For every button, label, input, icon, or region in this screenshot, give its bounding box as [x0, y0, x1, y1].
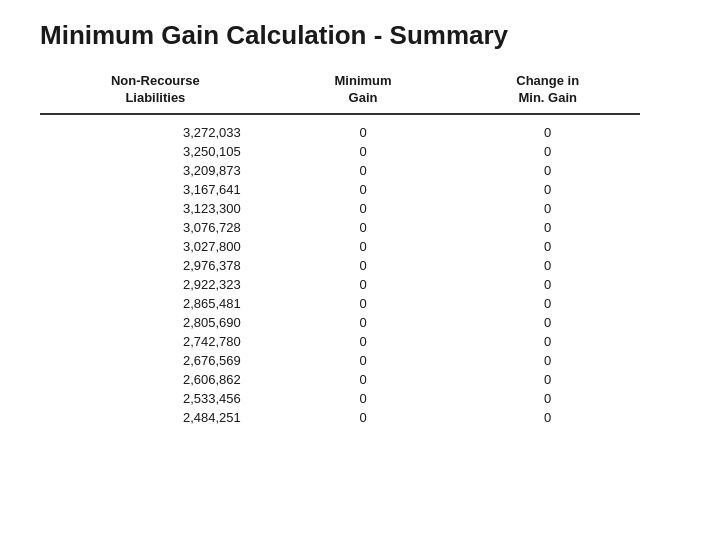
cell-r2-c1: 0	[271, 161, 456, 180]
cell-r13-c0: 2,606,862	[40, 370, 271, 389]
table-row: 2,676,56900	[40, 351, 640, 370]
table-row: 2,805,69000	[40, 313, 640, 332]
cell-r12-c1: 0	[271, 351, 456, 370]
table-row: 2,742,78000	[40, 332, 640, 351]
cell-r9-c1: 0	[271, 294, 456, 313]
col-header-change-in-gain: Change inMin. Gain	[455, 69, 640, 114]
table-row: 3,209,87300	[40, 161, 640, 180]
table-row: 3,123,30000	[40, 199, 640, 218]
cell-r7-c1: 0	[271, 256, 456, 275]
cell-r2-c2: 0	[455, 161, 640, 180]
cell-r4-c0: 3,123,300	[40, 199, 271, 218]
cell-r3-c0: 3,167,641	[40, 180, 271, 199]
table-row: 3,272,03300	[40, 114, 640, 142]
col-header-minimum-gain: MinimumGain	[271, 69, 456, 114]
cell-r2-c0: 3,209,873	[40, 161, 271, 180]
cell-r7-c2: 0	[455, 256, 640, 275]
cell-r8-c1: 0	[271, 275, 456, 294]
table-container: Non-RecourseLiabilities MinimumGain Chan…	[40, 69, 690, 427]
table-row: 2,606,86200	[40, 370, 640, 389]
table-row: 3,076,72800	[40, 218, 640, 237]
cell-r11-c0: 2,742,780	[40, 332, 271, 351]
table-row: 2,976,37800	[40, 256, 640, 275]
cell-r6-c0: 3,027,800	[40, 237, 271, 256]
cell-r0-c1: 0	[271, 114, 456, 142]
table-header-row: Non-RecourseLiabilities MinimumGain Chan…	[40, 69, 640, 114]
page: Minimum Gain Calculation - Summary Non-R…	[0, 0, 720, 540]
cell-r15-c2: 0	[455, 408, 640, 427]
col-header-non-recourse: Non-RecourseLiabilities	[40, 69, 271, 114]
cell-r12-c2: 0	[455, 351, 640, 370]
cell-r14-c1: 0	[271, 389, 456, 408]
cell-r8-c2: 0	[455, 275, 640, 294]
table-row: 2,922,32300	[40, 275, 640, 294]
cell-r15-c0: 2,484,251	[40, 408, 271, 427]
cell-r15-c1: 0	[271, 408, 456, 427]
cell-r4-c2: 0	[455, 199, 640, 218]
cell-r14-c2: 0	[455, 389, 640, 408]
cell-r12-c0: 2,676,569	[40, 351, 271, 370]
cell-r10-c2: 0	[455, 313, 640, 332]
cell-r3-c1: 0	[271, 180, 456, 199]
cell-r5-c1: 0	[271, 218, 456, 237]
cell-r10-c1: 0	[271, 313, 456, 332]
cell-r4-c1: 0	[271, 199, 456, 218]
cell-r1-c1: 0	[271, 142, 456, 161]
page-title: Minimum Gain Calculation - Summary	[40, 20, 690, 51]
cell-r9-c0: 2,865,481	[40, 294, 271, 313]
cell-r3-c2: 0	[455, 180, 640, 199]
table-row: 2,533,45600	[40, 389, 640, 408]
table-row: 3,250,10500	[40, 142, 640, 161]
table-row: 2,865,48100	[40, 294, 640, 313]
cell-r10-c0: 2,805,690	[40, 313, 271, 332]
cell-r13-c2: 0	[455, 370, 640, 389]
cell-r1-c2: 0	[455, 142, 640, 161]
cell-r13-c1: 0	[271, 370, 456, 389]
cell-r8-c0: 2,922,323	[40, 275, 271, 294]
table-row: 2,484,25100	[40, 408, 640, 427]
table-row: 3,027,80000	[40, 237, 640, 256]
cell-r7-c0: 2,976,378	[40, 256, 271, 275]
table-body: 3,272,033003,250,105003,209,873003,167,6…	[40, 114, 640, 427]
cell-r9-c2: 0	[455, 294, 640, 313]
cell-r14-c0: 2,533,456	[40, 389, 271, 408]
cell-r5-c0: 3,076,728	[40, 218, 271, 237]
cell-r5-c2: 0	[455, 218, 640, 237]
cell-r6-c2: 0	[455, 237, 640, 256]
summary-table: Non-RecourseLiabilities MinimumGain Chan…	[40, 69, 640, 427]
table-row: 3,167,64100	[40, 180, 640, 199]
cell-r0-c2: 0	[455, 114, 640, 142]
cell-r6-c1: 0	[271, 237, 456, 256]
cell-r0-c0: 3,272,033	[40, 114, 271, 142]
cell-r11-c2: 0	[455, 332, 640, 351]
cell-r1-c0: 3,250,105	[40, 142, 271, 161]
cell-r11-c1: 0	[271, 332, 456, 351]
